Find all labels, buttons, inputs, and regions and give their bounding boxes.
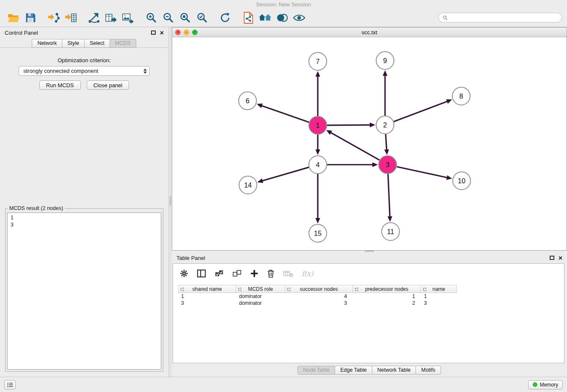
table-cell[interactable]: 3 [178,300,236,306]
table-tab-edge-table[interactable]: Edge Table [335,366,372,375]
deselect-all-button[interactable] [232,269,242,278]
graph-node-1[interactable]: 1 [309,116,327,134]
graph-node-7[interactable]: 7 [309,52,327,70]
session-details-button[interactable] [240,10,257,26]
zoom-window-icon[interactable]: + [192,30,198,35]
column-sort-icon [180,287,184,291]
export-table-button[interactable] [102,10,119,26]
graph-node-4[interactable]: 4 [309,156,327,174]
table-cell[interactable]: 3 [285,300,353,306]
control-tab-mcds[interactable]: MCDS [110,39,136,48]
search-input[interactable] [450,15,558,21]
delete-column-button[interactable] [267,269,275,278]
run-mcds-button[interactable]: Run MCDS [39,80,81,90]
panels-menu-button[interactable] [4,380,16,389]
eye-icon [293,13,306,23]
table-cell[interactable]: dominator [236,300,285,306]
horizontal-splitter[interactable] [172,251,567,252]
graph-edge-arrowhead-icon [388,216,392,222]
table-cell[interactable]: dominator [236,293,285,300]
control-tab-select[interactable]: Select [84,39,110,48]
open-session-button[interactable] [5,10,22,26]
graph-edge-1-6[interactable] [261,105,309,122]
table-cell[interactable]: 2 [353,300,421,306]
float-table-panel-icon[interactable] [550,256,554,260]
home-button[interactable] [257,10,274,26]
function-builder-button: f(x) [302,270,313,278]
mcds-result-list: 13 [7,213,161,370]
document-network-icon [243,11,254,24]
memory-button[interactable]: Memory [528,380,563,389]
graph-edge-4-14[interactable] [261,167,309,181]
close-panel-icon[interactable]: × [160,30,164,35]
status-bar: Memory [0,377,567,392]
table-tab-motifs[interactable]: Motifs [416,366,440,375]
new-network-from-selection-button[interactable] [85,10,102,26]
table-panel-title: Table Panel [176,255,205,261]
graph-node-3[interactable]: 3 [379,156,396,174]
table-cell[interactable]: 4 [285,293,353,300]
network-window-titlebar[interactable]: × − + scc.txt [172,28,567,37]
import-network-icon [47,12,60,24]
svg-text:1: 1 [316,122,320,129]
column-header-shared-name[interactable]: shared name [178,285,236,293]
criterion-select[interactable]: strongly connected component [19,66,150,76]
style-button[interactable] [274,10,291,26]
close-window-icon[interactable]: × [175,30,181,35]
minimize-window-icon[interactable]: − [184,30,189,35]
control-tab-network[interactable]: Network [32,39,62,48]
graph-edge-2-3[interactable] [385,134,387,151]
graph-node-2[interactable]: 2 [376,116,394,134]
graph-edge-3-1[interactable] [330,132,380,160]
table-tab-network-table[interactable]: Network Table [372,366,416,375]
zoom-in-button[interactable] [143,10,160,26]
table-row[interactable]: 1dominator411 [178,293,559,300]
table-cell[interactable]: 1 [178,293,236,300]
graph-edge-3-11[interactable] [388,174,390,218]
table-cell[interactable]: 3 [421,300,457,306]
float-panel-icon[interactable] [151,30,156,35]
import-table-button[interactable] [62,10,79,26]
splitter-grip-icon [365,251,374,252]
column-header-MCDS-role[interactable]: MCDS role [236,285,285,293]
control-tab-style[interactable]: Style [62,39,85,48]
select-all-button[interactable] [215,269,224,278]
export-image-button[interactable] [119,10,136,26]
select-spinner-icon [143,69,147,74]
table-tab-node-table[interactable]: Node Table [297,366,335,375]
graph-node-14[interactable]: 14 [239,176,257,194]
add-column-button[interactable] [250,269,259,278]
zoom-selected-button[interactable] [193,10,210,26]
zoom-fit-button[interactable] [176,10,193,26]
save-session-button[interactable] [22,10,39,26]
graph-node-8[interactable]: 8 [452,87,470,105]
network-canvas[interactable]: 7968124314101511 [172,37,567,250]
zoom-out-button[interactable] [160,10,176,26]
column-header-name[interactable]: name [421,285,457,293]
show-columns-button[interactable] [197,269,206,278]
vertical-splitter[interactable] [168,27,172,377]
graph-node-6[interactable]: 6 [239,92,256,110]
close-panel-button[interactable]: Close panel [87,80,129,90]
close-table-panel-icon[interactable]: × [559,256,562,260]
refresh-network-button[interactable] [217,10,234,26]
checked-boxes-icon [215,269,224,278]
graph-edge-3-10[interactable] [397,167,448,178]
graph-edge-2-8[interactable] [394,101,449,122]
search-box[interactable] [438,13,562,22]
graph-node-10[interactable]: 10 [453,172,471,190]
import-network-button[interactable] [45,10,62,26]
svg-text:10: 10 [458,177,465,185]
show-graphics-details-button[interactable] [291,10,308,26]
network-graph[interactable]: 7968124314101511 [172,37,567,250]
column-header-predecessor-nodes[interactable]: predecessor nodes [353,285,421,293]
table-row[interactable]: 3dominator323 [178,300,559,306]
table-settings-button[interactable] [180,269,188,278]
table-cell[interactable]: 1 [353,293,421,300]
graph-node-15[interactable]: 15 [309,224,327,242]
column-header-successor-nodes[interactable]: successor nodes [285,285,353,293]
graph-edge-1-2[interactable] [327,125,371,125]
graph-node-11[interactable]: 11 [382,223,399,240]
graph-node-9[interactable]: 9 [376,52,394,69]
table-cell[interactable]: 1 [421,293,457,300]
